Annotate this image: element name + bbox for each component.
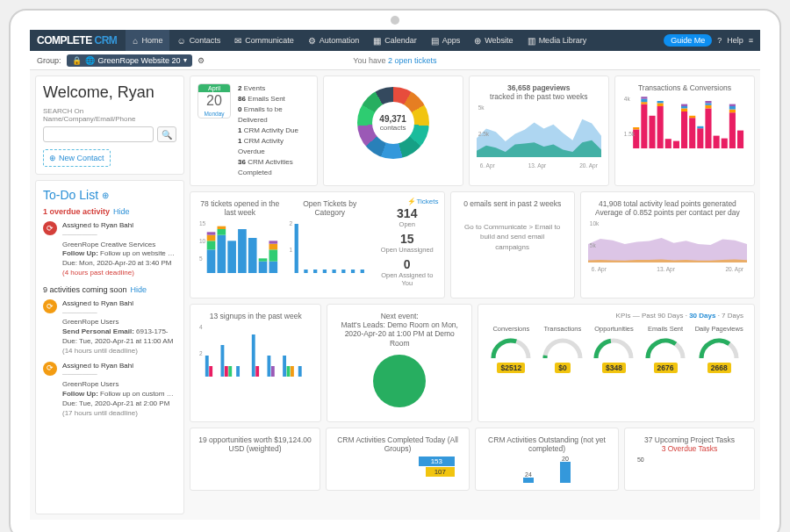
nav-apps[interactable]: ▤Apps (424, 30, 468, 51)
svg-rect-102 (283, 356, 286, 377)
pageviews-card: 36,658 pageviewstracked in the past two … (469, 75, 609, 186)
open-tickets-link[interactable]: 2 open tickets (388, 56, 437, 65)
coming-soon-header: 9 activities coming soonHide (43, 285, 176, 294)
kpi-30[interactable]: 30 Days (689, 312, 715, 320)
svg-rect-90 (351, 270, 355, 273)
svg-rect-103 (287, 366, 291, 377)
nav-automation[interactable]: ⚙Automation (301, 30, 367, 51)
hide-link[interactable]: Hide (131, 285, 147, 294)
contacts-donut-card: 49,371contacts (323, 75, 463, 186)
gear-icon[interactable]: ⚙ (198, 56, 205, 65)
svg-rect-6 (641, 99, 647, 103)
svg-rect-14 (657, 101, 663, 103)
svg-rect-26 (681, 106, 687, 108)
kpi-90[interactable]: 90 Days (657, 312, 683, 320)
search-button[interactable]: 🔍 (157, 126, 176, 142)
new-contact-button[interactable]: ⊕New Contact (43, 149, 111, 167)
svg-rect-101 (271, 366, 275, 377)
svg-rect-84 (295, 224, 298, 273)
activities-completed-card: CRM Activities Completed Today (All Grou… (326, 428, 470, 491)
svg-rect-28 (689, 118, 695, 148)
svg-rect-105 (298, 366, 302, 377)
tickets-card: ⚡Tickets 78 tickets opened in the last w… (190, 191, 445, 298)
activities-outstanding-card: CRM Activities Outstanding (not yet comp… (475, 428, 619, 491)
svg-rect-96 (228, 366, 232, 377)
svg-rect-1 (633, 127, 639, 129)
svg-rect-48 (729, 112, 736, 148)
nav-website[interactable]: ⊕Website (467, 30, 520, 51)
brand-logo: COMPLETE CRM (37, 34, 117, 47)
nav-contacts[interactable]: ☺Contacts (169, 30, 227, 51)
lock-icon: 🔒 (72, 56, 82, 65)
svg-rect-40 (713, 136, 719, 148)
activity-item[interactable]: ⟳Assigned to Ryan Bahl───────GreenRope C… (43, 221, 176, 278)
activity-item[interactable]: ⟳Assigned to Ryan Bahl───────GreenRope U… (43, 299, 176, 356)
nav-home[interactable]: ⌂Home (126, 30, 169, 51)
svg-rect-93 (209, 366, 212, 377)
svg-rect-80 (269, 262, 277, 273)
svg-rect-72 (248, 238, 257, 273)
svg-rect-88 (333, 270, 336, 273)
svg-rect-62 (218, 226, 226, 229)
svg-rect-49 (729, 110, 736, 113)
welcome-card: Welcome, Ryan SEARCH On Name/Company/Ema… (35, 75, 184, 175)
svg-rect-36 (705, 109, 711, 149)
add-icon[interactable]: ⊕ (102, 191, 109, 200)
menu-icon[interactable]: ≡ (749, 36, 753, 45)
kpi-gauge: Opportunities$348 (592, 325, 636, 373)
nav-communicate[interactable]: ✉Communicate (227, 30, 301, 51)
svg-rect-92 (205, 356, 209, 377)
svg-rect-59 (207, 233, 216, 235)
kpi-range: KPIs — Past 90 Days · 30 Days · 7 Days (485, 312, 747, 320)
svg-rect-85 (305, 270, 308, 273)
svg-rect-86 (314, 270, 318, 273)
svg-rect-100 (267, 356, 270, 377)
tickets-link[interactable]: ⚡Tickets (407, 198, 438, 205)
svg-rect-20 (673, 141, 679, 148)
signups-card: 13 signups in the past week 4 2 (190, 304, 321, 422)
kpi-7[interactable]: 7 Days (722, 312, 743, 320)
kpi-gauge: Conversions$2512 (489, 325, 533, 373)
date-chip: April 20 Monday (198, 83, 231, 119)
help-icon[interactable]: ? (717, 36, 722, 45)
search-icon: 🔍 (162, 130, 172, 140)
svg-rect-38 (705, 104, 711, 105)
svg-rect-99 (255, 366, 259, 377)
kpi-gauge: Daily Pageviews2668 (695, 325, 743, 373)
svg-rect-87 (323, 270, 327, 273)
nav-icon: ☺ (176, 36, 185, 46)
svg-rect-51 (729, 104, 736, 106)
svg-rect-44 (722, 139, 728, 148)
search-input[interactable] (43, 126, 154, 142)
todo-title: To-Do List ⊕ (43, 188, 176, 202)
leadpoints-card: 41,908 total activity lead points genera… (580, 191, 755, 298)
svg-rect-95 (225, 366, 228, 377)
next-event-card: Next event:Matt's Leads: Demo Room on Mo… (327, 304, 472, 422)
svg-rect-77 (259, 259, 268, 262)
svg-rect-5 (641, 102, 647, 104)
top-nav: COMPLETE CRM ⌂Home☺Contacts✉Communicate⚙… (30, 30, 760, 51)
guide-me-button[interactable]: Guide Me (664, 34, 712, 47)
group-selector[interactable]: 🔒 🌐 GreenRope Website 20 ▾ (67, 54, 193, 67)
nav-media library[interactable]: ▥Media Library (521, 30, 594, 51)
transactions-card: Transactions & Conversions 4k 1.5k (614, 75, 755, 186)
help-link[interactable]: Help (727, 36, 743, 45)
activity-status-icon: ⟳ (43, 362, 57, 376)
overdue-header: 1 overdue activityHide (43, 207, 176, 216)
svg-rect-83 (269, 241, 277, 244)
search-label: SEARCH On Name/Company/Email/Phone (43, 107, 176, 123)
chevron-down-icon: ▾ (183, 56, 187, 64)
nav-calendar[interactable]: ▦Calendar (366, 30, 424, 51)
svg-rect-12 (657, 106, 663, 148)
svg-rect-91 (361, 270, 364, 273)
svg-rect-104 (291, 366, 294, 377)
svg-rect-32 (697, 128, 703, 148)
svg-rect-16 (665, 139, 672, 148)
svg-rect-89 (342, 270, 346, 273)
activity-item[interactable]: ⟳Assigned to Ryan Bahl───────GreenRope U… (43, 362, 176, 419)
svg-rect-64 (227, 241, 236, 274)
svg-rect-27 (681, 104, 687, 106)
opportunities-card: 19 opportunities worth $19,124.00 USD (w… (190, 428, 320, 491)
hide-link[interactable]: Hide (113, 207, 130, 216)
calendar-stats-card: April 20 Monday 2 Events86 Emails Sent0 … (190, 75, 318, 186)
